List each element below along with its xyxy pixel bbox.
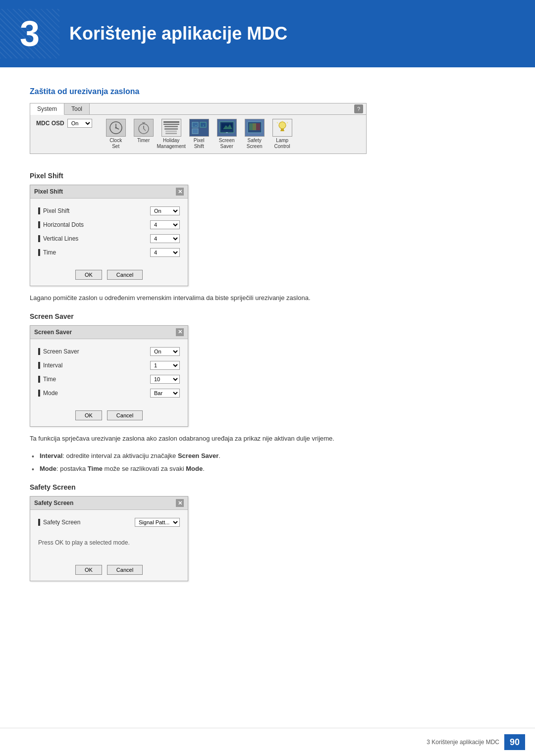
toolbar-tabs: System Tool ?	[30, 103, 366, 115]
toolbar-icon-clock[interactable]: ClockSet	[103, 119, 129, 150]
screen-saver-cancel[interactable]: Cancel	[107, 410, 143, 420]
safety-screen-label-1: Safety Screen	[38, 519, 80, 526]
toolbar-icon-screensaver[interactable]: ScreenSaver	[214, 119, 240, 150]
page-footer: 3 Korištenje aplikacije MDC 90	[0, 728, 535, 756]
screen-saver-close[interactable]: ✕	[176, 328, 184, 336]
pixel-shift-body-text: Lagano pomičite zaslon u određenim vreme…	[30, 293, 505, 303]
screen-saver-label-4: Mode	[38, 390, 58, 397]
screen-saver-row-4: Mode BarPixelFade	[38, 389, 180, 398]
screen-saver-body-text: Ta funkcija sprječava urezivanje zaslona…	[30, 434, 505, 444]
screen-saver-ok[interactable]: OK	[75, 410, 102, 420]
toolbar-tab-spacer: ?	[90, 103, 366, 114]
lamp-control-label: LampControl	[274, 138, 290, 150]
svg-text:↕: ↕	[203, 124, 204, 127]
safety-screen-select[interactable]: Signal Patt...	[135, 518, 180, 527]
screen-saver-label-2: Interval	[38, 362, 62, 369]
row-indicator	[38, 249, 40, 256]
toolbar-icon-holiday[interactable]: HolidayManagement	[159, 119, 184, 150]
clock-icon	[106, 119, 126, 137]
screen-saver-label-3: Time	[38, 376, 56, 383]
bullet-mode-term2: Mode	[186, 465, 203, 472]
time-select-saver[interactable]: 10515	[150, 375, 180, 384]
interval-select[interactable]: 123	[150, 361, 180, 370]
screen-saver-titlebar: Screen Saver ✕	[30, 326, 188, 339]
svg-line-27	[287, 122, 288, 123]
pixel-shift-label-4: Time	[38, 249, 56, 256]
svg-text:↔: ↔	[195, 124, 197, 127]
safety-screen-close[interactable]: ✕	[176, 499, 184, 507]
pixel-shift-label: PixelShift	[194, 138, 205, 150]
bullet-mode-term: Mode	[40, 465, 56, 472]
row-indicator	[38, 390, 40, 397]
safety-screen-footer: OK Cancel	[30, 561, 188, 581]
tab-tool[interactable]: Tool	[64, 103, 90, 114]
svg-point-22	[279, 122, 286, 129]
main-content: Zaštita od urezivanja zaslona System Too…	[0, 67, 535, 608]
toolbar-icon-lamp[interactable]: LampControl	[269, 119, 295, 150]
pixel-shift-row-1: Pixel Shift OnOff	[38, 206, 180, 215]
svg-rect-11	[192, 129, 198, 134]
pixel-shift-row-3: Vertical Lines 4123	[38, 234, 180, 243]
time-select-pixel[interactable]: 4123	[150, 248, 180, 257]
pixel-shift-heading: Pixel Shift	[30, 172, 505, 180]
safety-screen-label: SafetyScreen	[247, 138, 263, 150]
safety-screen-cancel[interactable]: Cancel	[107, 565, 143, 575]
svg-line-26	[277, 122, 278, 123]
row-indicator	[38, 235, 40, 242]
safety-screen-note: Press OK to play a selected mode.	[30, 536, 188, 552]
svg-rect-19	[249, 123, 253, 130]
pixel-shift-cancel[interactable]: Cancel	[107, 270, 143, 280]
pixel-shift-select[interactable]: OnOff	[150, 206, 180, 215]
chapter-number: 3	[20, 16, 40, 51]
vertical-lines-select[interactable]: 4123	[150, 234, 180, 243]
pixel-shift-dialog: Pixel Shift ✕ Pixel Shift OnOff Horizont…	[30, 185, 188, 286]
timer-icon	[134, 119, 154, 137]
holiday-label: HolidayManagement	[157, 138, 185, 150]
screen-saver-heading: Screen Saver	[30, 312, 505, 320]
tab-system[interactable]: System	[30, 103, 64, 115]
horizontal-dots-select[interactable]: 4123	[150, 220, 180, 229]
toolbar-ui: System Tool ? MDC OSD On Off	[30, 103, 367, 154]
section-heading: Zaštita od urezivanja zaslona	[30, 87, 505, 96]
timer-label: Timer	[137, 138, 150, 144]
mdc-row: MDC OSD On Off	[36, 119, 92, 128]
chapter-number-box: 3	[0, 9, 59, 58]
screen-saver-dialog: Screen Saver ✕ Screen Saver OnOff Interv…	[30, 325, 188, 427]
toolbar-icon-pixel[interactable]: ↔ ↕ PixelShift	[186, 119, 212, 150]
pixel-shift-title: Pixel Shift	[34, 188, 63, 195]
clock-label: ClockSet	[109, 138, 122, 150]
page-header: 3 Korištenje aplikacije MDC	[0, 0, 535, 67]
pixel-shift-icon: ↔ ↕	[189, 119, 209, 137]
safety-screen-body: Safety Screen Signal Patt...	[30, 510, 188, 536]
bullet-interval-term: Interval	[40, 452, 62, 459]
pixel-shift-label-2: Horizontal Dots	[38, 221, 84, 228]
bullet-time-term: Time	[88, 465, 103, 472]
pixel-shift-ok[interactable]: OK	[75, 270, 102, 280]
pixel-shift-titlebar: Pixel Shift ✕	[30, 185, 188, 199]
row-indicator	[38, 221, 40, 228]
screen-saver-footer: OK Cancel	[30, 406, 188, 426]
bullet-mode: Mode: postavka Time može se razlikovati …	[30, 464, 505, 474]
toolbar-icon-timer[interactable]: Timer	[131, 119, 157, 150]
page-number: 90	[504, 734, 525, 750]
mdc-select[interactable]: On Off	[67, 119, 92, 128]
row-indicator	[38, 519, 40, 526]
pixel-shift-close[interactable]: ✕	[176, 188, 184, 196]
row-indicator	[38, 362, 40, 369]
screen-saver-icon	[217, 119, 237, 137]
pixel-shift-row-2: Horizontal Dots 4123	[38, 220, 180, 229]
screen-saver-label-1: Screen Saver	[38, 348, 79, 355]
safety-screen-dialog: Safety Screen ✕ Safety Screen Signal Pat…	[30, 496, 188, 581]
pixel-shift-label-1: Pixel Shift	[38, 207, 69, 214]
svg-line-8	[144, 129, 146, 131]
pixel-shift-footer: OK Cancel	[30, 266, 188, 286]
mode-select[interactable]: BarPixelFade	[150, 389, 180, 398]
screen-saver-select[interactable]: OnOff	[150, 347, 180, 356]
safety-screen-ok[interactable]: OK	[75, 565, 102, 575]
help-button[interactable]: ?	[354, 104, 363, 113]
svg-rect-23	[281, 129, 284, 130]
footer-text: 3 Korištenje aplikacije MDC	[427, 739, 499, 746]
toolbar-icon-safety[interactable]: SafetyScreen	[242, 119, 268, 150]
toolbar-body: MDC OSD On Off	[30, 115, 366, 153]
toolbar-icons: ClockSet Timer	[103, 119, 295, 150]
